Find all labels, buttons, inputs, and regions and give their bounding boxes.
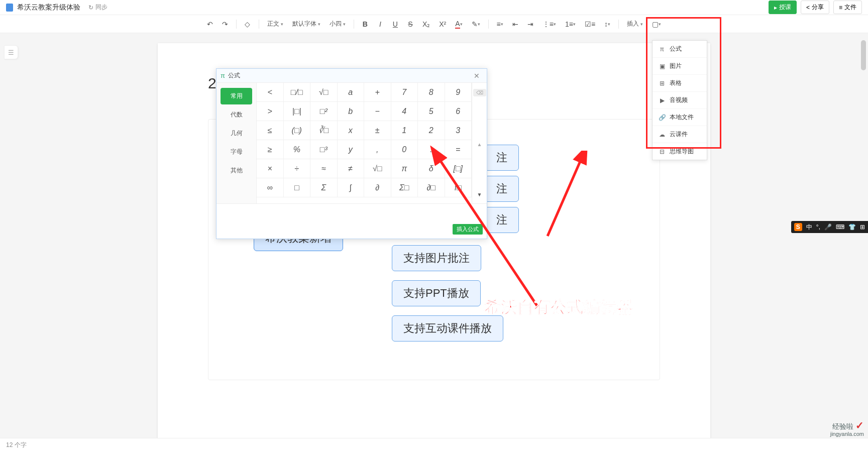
- symbol-21[interactable]: 1: [391, 121, 418, 140]
- symbol-0[interactable]: <: [257, 83, 284, 102]
- subscript-button[interactable]: X₂: [418, 18, 434, 30]
- mind-node-3[interactable]: 注: [485, 207, 519, 233]
- formula-preview[interactable]: 插入公式: [216, 203, 487, 239]
- format-painter-button[interactable]: ◇: [241, 18, 255, 30]
- present-button[interactable]: ▸ 授课: [769, 1, 797, 14]
- symbol-26[interactable]: □³: [310, 140, 338, 159]
- insert-menu-item-1[interactable]: ▣图片: [653, 58, 707, 75]
- dialog-tab-3[interactable]: 字母: [221, 144, 252, 160]
- symbol-45[interactable]: Σ□: [391, 178, 418, 197]
- symbol-6[interactable]: 8: [418, 83, 445, 102]
- symbol-35[interactable]: ≠: [338, 159, 365, 178]
- dialog-tab-4[interactable]: 其他: [221, 162, 252, 179]
- symbol-15[interactable]: 6: [445, 102, 472, 121]
- symbol-9[interactable]: |□|: [284, 102, 311, 121]
- symbol-8[interactable]: >: [257, 102, 284, 121]
- insert-menu-item-4[interactable]: 🔗本地文件: [653, 109, 707, 126]
- file-button[interactable]: ≡ 文件: [833, 1, 862, 14]
- insert-button[interactable]: 插入▾: [623, 18, 647, 30]
- symbol-22[interactable]: 2: [418, 121, 445, 140]
- indent-dec-button[interactable]: ⇤: [508, 18, 522, 30]
- mind-node-5[interactable]: 支持PPT播放: [392, 280, 481, 306]
- symbol-10[interactable]: □²: [310, 102, 338, 121]
- insert-formula-button[interactable]: 插入公式: [453, 224, 483, 235]
- insert-menu-item-3[interactable]: ▶音视频: [653, 92, 707, 109]
- symbol-46[interactable]: ∂□: [418, 178, 445, 197]
- dialog-header[interactable]: π 公式 ✕: [216, 69, 487, 83]
- symbol-39[interactable]: [□]: [445, 159, 472, 178]
- symbol-32[interactable]: ×: [257, 159, 284, 178]
- dialog-tab-0[interactable]: 常用: [221, 88, 252, 104]
- symbol-11[interactable]: b: [338, 102, 365, 121]
- mind-node-4[interactable]: 支持图片批注: [392, 245, 481, 271]
- symbol-27[interactable]: y: [338, 140, 365, 159]
- mind-node-1[interactable]: 注: [485, 145, 519, 171]
- scroll-down-button[interactable]: ▼: [477, 192, 482, 197]
- symbol-25[interactable]: %: [284, 140, 311, 159]
- insert-menu-item-2[interactable]: ⊞表格: [653, 75, 707, 92]
- symbol-20[interactable]: ±: [364, 121, 391, 140]
- symbol-24[interactable]: ≥: [257, 140, 284, 159]
- italic-button[interactable]: I: [373, 18, 387, 30]
- sync-status[interactable]: ↻同步: [88, 3, 107, 12]
- undo-button[interactable]: ↶: [203, 18, 217, 30]
- symbol-40[interactable]: ∞: [257, 178, 284, 197]
- check-list-button[interactable]: ☑≡: [581, 18, 599, 30]
- symbol-42[interactable]: Σ: [310, 178, 338, 197]
- symbol-16[interactable]: ≤: [257, 121, 284, 140]
- dialog-tab-2[interactable]: 几何: [221, 125, 252, 142]
- mind-node-2[interactable]: 注: [485, 176, 519, 202]
- bold-button[interactable]: B: [358, 18, 372, 30]
- symbol-7[interactable]: 9: [445, 83, 472, 102]
- symbol-38[interactable]: δ: [418, 159, 445, 178]
- symbol-30[interactable]: .: [418, 140, 445, 159]
- dialog-tab-1[interactable]: 代数: [221, 106, 252, 123]
- symbol-33[interactable]: ÷: [284, 159, 311, 178]
- indent-inc-button[interactable]: ⇥: [523, 18, 537, 30]
- symbol-47[interactable]: f□: [445, 178, 472, 197]
- superscript-button[interactable]: X²: [435, 18, 450, 30]
- symbol-23[interactable]: 3: [445, 121, 472, 140]
- insert-menu-item-0[interactable]: π公式: [653, 41, 707, 58]
- symbol-2[interactable]: √□: [310, 83, 338, 102]
- symbol-34[interactable]: ≈: [310, 159, 338, 178]
- scrollbar[interactable]: [861, 40, 866, 70]
- redo-button[interactable]: ↷: [218, 18, 232, 30]
- bullet-list-button[interactable]: ⋮≡▾: [538, 18, 560, 30]
- ime-bar[interactable]: S 中 °, 🎤 ⌨ 👕 ⊞: [791, 221, 868, 233]
- symbol-18[interactable]: ∛□: [310, 121, 338, 140]
- symbol-43[interactable]: ∫: [338, 178, 365, 197]
- text-color-button[interactable]: A▾: [451, 18, 466, 31]
- symbol-19[interactable]: x: [338, 121, 365, 140]
- symbol-5[interactable]: 7: [391, 83, 418, 102]
- number-list-button[interactable]: 1≡▾: [561, 18, 580, 30]
- style-select[interactable]: 正文▾: [263, 18, 287, 30]
- symbol-1[interactable]: □/□: [284, 83, 311, 102]
- symbol-13[interactable]: 4: [391, 102, 418, 121]
- line-height-button[interactable]: ↕▾: [600, 18, 614, 30]
- mind-node-6[interactable]: 支持互动课件播放: [392, 315, 503, 342]
- strike-button[interactable]: S: [403, 18, 417, 30]
- symbol-3[interactable]: a: [338, 83, 365, 102]
- symbol-29[interactable]: 0: [391, 140, 418, 159]
- symbol-44[interactable]: ∂: [364, 178, 391, 197]
- symbol-37[interactable]: π: [391, 159, 418, 178]
- symbol-12[interactable]: −: [364, 102, 391, 121]
- symbol-41[interactable]: □: [284, 178, 311, 197]
- underline-button[interactable]: U: [388, 18, 402, 30]
- symbol-36[interactable]: √□: [364, 159, 391, 178]
- dialog-close-button[interactable]: ✕: [471, 71, 483, 81]
- insert-menu-item-6[interactable]: ⊟思维导图: [653, 143, 707, 160]
- size-select[interactable]: 小四▾: [325, 18, 350, 30]
- symbol-31[interactable]: =: [445, 140, 472, 159]
- insert-menu-item-5[interactable]: ☁云课件: [653, 126, 707, 143]
- layout-button[interactable]: ▢▾: [648, 18, 665, 30]
- align-left-button[interactable]: ≡▾: [493, 18, 507, 30]
- font-select[interactable]: 默认字体▾: [288, 18, 324, 30]
- highlight-button[interactable]: ✎▾: [468, 18, 484, 30]
- symbol-4[interactable]: +: [364, 83, 391, 102]
- share-button[interactable]: < 分享: [801, 1, 829, 14]
- symbol-28[interactable]: ,: [364, 140, 391, 159]
- scroll-up-button[interactable]: ▲: [477, 142, 482, 147]
- symbol-14[interactable]: 5: [418, 102, 445, 121]
